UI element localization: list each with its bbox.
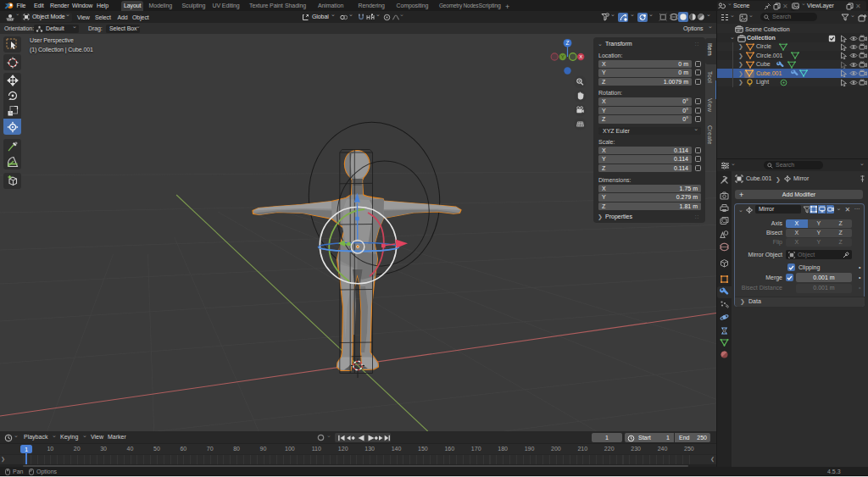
svg-text:X: X: [579, 54, 582, 59]
svg-text:Z: Z: [566, 40, 570, 46]
svg-text:Y: Y: [561, 54, 565, 59]
